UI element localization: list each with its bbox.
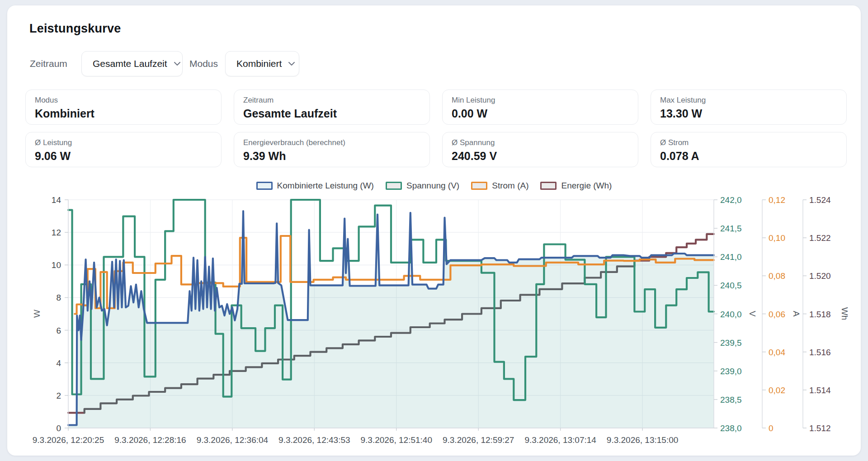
svg-text:9.3.2026, 12:59:27: 9.3.2026, 12:59:27: [443, 435, 514, 445]
svg-text:1.512: 1.512: [809, 423, 831, 433]
svg-text:240,0: 240,0: [720, 310, 742, 319]
page-title: Leistungskurve: [29, 22, 121, 36]
svg-text:0: 0: [56, 423, 61, 433]
svg-text:9.3.2026, 13:07:14: 9.3.2026, 13:07:14: [524, 435, 596, 445]
stat-label: Ø Strom: [660, 138, 837, 147]
svg-text:10: 10: [52, 260, 61, 270]
stat-value: Gesamte Laufzeit: [243, 107, 420, 120]
stat-label: Ø Leistung: [35, 138, 212, 147]
stat-label: Max Leistung: [660, 96, 837, 105]
legend-swatch-icon: [256, 182, 273, 190]
stat-value: 0.00 W: [452, 107, 629, 120]
chart-legend: Kombinierte Leistung (W)Spannung (V)Stro…: [7, 181, 861, 191]
stat-label: Min Leistung: [452, 96, 629, 105]
svg-text:4: 4: [56, 358, 61, 368]
svg-text:0,06: 0,06: [769, 310, 785, 319]
svg-text:0,08: 0,08: [769, 271, 785, 281]
stat-value: Kombiniert: [35, 107, 212, 120]
stat-label: Ø Spannung: [452, 138, 629, 147]
svg-text:0,04: 0,04: [769, 348, 785, 357]
legend-item[interactable]: Kombinierte Leistung (W): [256, 181, 374, 191]
stat-value: 9.06 W: [35, 150, 212, 163]
svg-text:V: V: [748, 311, 757, 317]
stat-card-7: Ø Strom0.078 A: [651, 132, 847, 167]
svg-text:0,12: 0,12: [769, 195, 785, 205]
legend-label: Energie (Wh): [561, 181, 612, 191]
legend-label: Kombinierte Leistung (W): [277, 181, 374, 191]
svg-text:W: W: [32, 310, 42, 318]
svg-text:9.3.2026, 12:43:53: 9.3.2026, 12:43:53: [278, 435, 350, 445]
legend-item[interactable]: Spannung (V): [386, 181, 459, 191]
svg-text:1.520: 1.520: [809, 271, 831, 281]
stat-value: 13.30 W: [660, 107, 837, 120]
stat-card-4: Ø Leistung9.06 W: [25, 132, 222, 167]
svg-text:6: 6: [56, 326, 61, 335]
svg-text:9.3.2026, 12:36:04: 9.3.2026, 12:36:04: [197, 435, 269, 445]
stat-label: Energieverbrauch (berechnet): [243, 138, 420, 147]
current-axis-labels: 0,120,100,080,060,040,020A: [762, 195, 801, 433]
modus-select[interactable]: Kombiniert: [225, 51, 299, 76]
legend-label: Spannung (V): [406, 181, 459, 191]
svg-text:9.3.2026, 13:15:00: 9.3.2026, 13:15:00: [607, 435, 678, 445]
svg-text:241,0: 241,0: [720, 252, 742, 262]
svg-text:238,0: 238,0: [720, 423, 742, 433]
modus-select-value: Kombiniert: [236, 58, 282, 69]
stat-label: Zeitraum: [243, 96, 420, 105]
svg-text:9.3.2026, 12:20:25: 9.3.2026, 12:20:25: [33, 435, 104, 445]
stat-value: 9.39 Wh: [243, 150, 420, 163]
stat-card-6: Ø Spannung240.59 V: [442, 132, 638, 167]
svg-text:9.3.2026, 12:28:16: 9.3.2026, 12:28:16: [114, 435, 186, 445]
zeitraum-select[interactable]: Gesamte Laufzeit: [81, 51, 183, 76]
legend-item[interactable]: Energie (Wh): [540, 181, 612, 191]
stat-card-3: Max Leistung13.30 W: [651, 89, 847, 125]
stat-value: 240.59 V: [452, 150, 629, 163]
legend-item[interactable]: Strom (A): [471, 181, 528, 191]
svg-text:0: 0: [769, 423, 774, 433]
energy-axis-labels: 1.5241.5221.5201.5181.5161.5141.512Wh: [803, 195, 849, 433]
stat-value: 0.078 A: [660, 150, 837, 163]
stat-card-2: Min Leistung0.00 W: [442, 89, 638, 125]
svg-text:242,0: 242,0: [720, 195, 742, 205]
svg-text:240,5: 240,5: [720, 281, 742, 290]
svg-text:0,10: 0,10: [769, 233, 785, 243]
zeitraum-label: Zeitraum: [30, 51, 67, 76]
leistungskurve-panel: Leistungskurve Zeitraum Gesamte Laufzeit…: [7, 5, 861, 456]
stat-card-0: ModusKombiniert: [25, 89, 222, 125]
legend-swatch-icon: [540, 182, 557, 190]
svg-text:1.518: 1.518: [809, 310, 831, 319]
svg-text:Wh: Wh: [840, 307, 849, 320]
stat-card-5: Energieverbrauch (berechnet)9.39 Wh: [234, 132, 430, 167]
svg-text:2: 2: [56, 391, 61, 400]
legend-swatch-icon: [471, 182, 487, 190]
svg-text:1.524: 1.524: [809, 195, 831, 205]
chevron-down-icon: [174, 61, 181, 66]
svg-text:8: 8: [56, 293, 61, 302]
modus-label: Modus: [189, 51, 218, 76]
legend-swatch-icon: [386, 182, 402, 190]
power-chart: 14121086420W242,0241,5241,0240,5240,0239…: [21, 192, 862, 453]
svg-text:14: 14: [52, 195, 61, 205]
legend-label: Strom (A): [492, 181, 528, 191]
svg-text:238,5: 238,5: [720, 395, 742, 405]
stat-label: Modus: [35, 96, 212, 105]
chevron-down-icon: [288, 61, 295, 66]
svg-text:1.522: 1.522: [809, 233, 831, 243]
svg-text:1.514: 1.514: [809, 386, 831, 395]
svg-text:239,0: 239,0: [720, 367, 742, 376]
svg-text:12: 12: [52, 228, 61, 237]
power-axis-labels: 14121086420W: [32, 195, 68, 433]
svg-text:241,5: 241,5: [720, 224, 742, 233]
stats-grid: ModusKombiniertZeitraumGesamte LaufzeitM…: [25, 89, 847, 167]
svg-text:A: A: [792, 311, 801, 317]
svg-text:0,02: 0,02: [769, 386, 785, 395]
svg-text:239,5: 239,5: [720, 338, 742, 348]
x-axis-labels: 9.3.2026, 12:20:259.3.2026, 12:28:169.3.…: [33, 428, 679, 445]
svg-text:1.516: 1.516: [809, 348, 831, 357]
zeitraum-select-value: Gesamte Laufzeit: [93, 58, 167, 69]
svg-text:9.3.2026, 12:51:40: 9.3.2026, 12:51:40: [361, 435, 432, 445]
stat-card-1: ZeitraumGesamte Laufzeit: [234, 89, 430, 125]
voltage-axis-labels: 242,0241,5241,0240,5240,0239,5239,0238,5…: [714, 195, 757, 433]
